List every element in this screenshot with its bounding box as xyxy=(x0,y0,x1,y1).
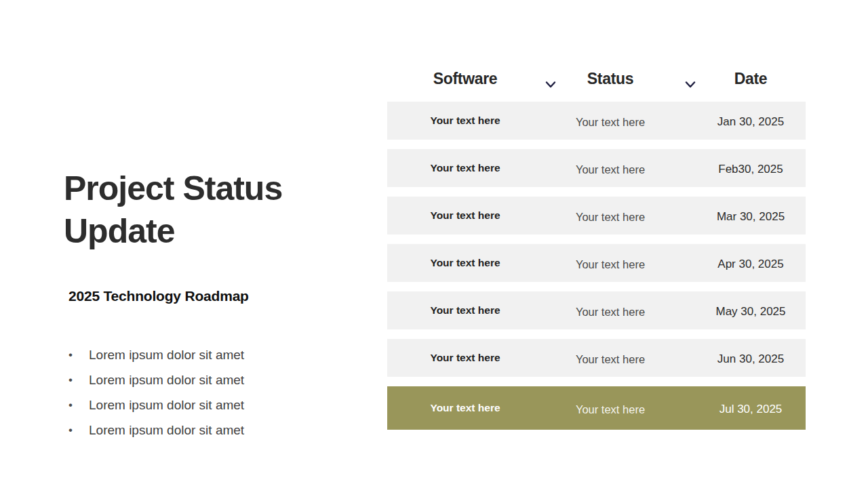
table-header-row: Software Status Date xyxy=(387,64,806,102)
cell-status: Your text here xyxy=(576,306,645,319)
column-header-date: Date xyxy=(734,70,768,88)
table-row: Your text here Your text here Mar 30, 20… xyxy=(387,197,806,235)
slide-subtitle: 2025 Technology Roadmap xyxy=(68,288,249,304)
cell-date: Jul 30, 2025 xyxy=(719,403,783,416)
chevron-down-icon[interactable] xyxy=(684,81,696,89)
cell-date: Apr 30, 2025 xyxy=(717,258,783,271)
table-row: Your text here Your text here Feb30, 202… xyxy=(387,149,806,187)
table-row: Your text here Your text here May 30, 20… xyxy=(387,291,806,329)
table-row: Your text here Your text here Apr 30, 20… xyxy=(387,244,806,282)
cell-date: Jun 30, 2025 xyxy=(717,352,784,366)
page-title: Project Status Update xyxy=(64,167,355,253)
cell-date: May 30, 2025 xyxy=(715,305,785,319)
bullet-list: Lorem ipsum dolor sit amet Lorem ipsum d… xyxy=(68,342,244,443)
cell-software: Your text here xyxy=(430,115,500,127)
cell-software: Your text here xyxy=(430,209,500,222)
bullet-item: Lorem ipsum dolor sit amet xyxy=(68,418,244,443)
cell-status: Your text here xyxy=(576,258,645,271)
cell-date: Feb30, 2025 xyxy=(718,163,783,176)
cell-software: Your text here xyxy=(430,352,500,364)
table-body: Your text here Your text here Jan 30, 20… xyxy=(387,102,806,430)
chevron-down-icon[interactable] xyxy=(545,81,557,89)
cell-software: Your text here xyxy=(430,162,500,174)
cell-date: Mar 30, 2025 xyxy=(717,210,785,224)
cell-date: Jan 30, 2025 xyxy=(717,115,784,129)
cell-status: Your text here xyxy=(576,163,645,176)
bullet-item: Lorem ipsum dolor sit amet xyxy=(68,392,244,418)
cell-status: Your text here xyxy=(576,353,645,366)
cell-software: Your text here xyxy=(430,402,500,414)
table-row: Your text here Your text here Jan 30, 20… xyxy=(387,102,806,140)
table-row: Your text here Your text here Jun 30, 20… xyxy=(387,339,806,377)
bullet-item: Lorem ipsum dolor sit amet xyxy=(68,367,244,392)
cell-software: Your text here xyxy=(430,257,500,269)
column-header-software: Software xyxy=(433,70,498,88)
cell-status: Your text here xyxy=(576,403,645,416)
column-header-status: Status xyxy=(587,70,634,88)
table-row-highlighted: Your text here Your text here Jul 30, 20… xyxy=(387,386,806,430)
cell-status: Your text here xyxy=(576,211,645,224)
cell-status: Your text here xyxy=(576,116,645,129)
bullet-item: Lorem ipsum dolor sit amet xyxy=(68,342,244,367)
status-table: Software Status Date Your text here Your… xyxy=(387,64,806,102)
cell-software: Your text here xyxy=(430,304,500,317)
